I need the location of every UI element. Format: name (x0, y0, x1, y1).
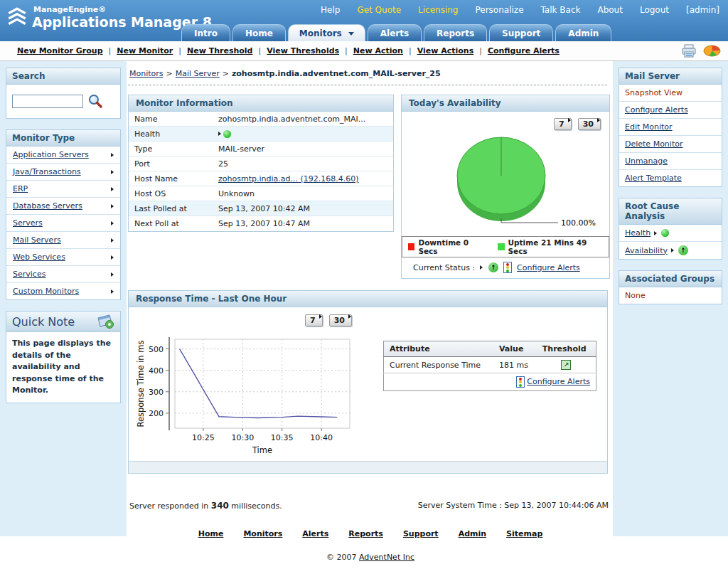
status-arrow-icon (671, 248, 674, 252)
mail-server-title: Mail Server (619, 68, 722, 85)
top-link-get-quote[interactable]: Get Quote (357, 5, 401, 15)
brand-name: ManageEngine® (32, 5, 212, 14)
toolbar-new-monitor[interactable]: New Monitor (117, 46, 187, 55)
response-time-line-chart: 20030040050010:2510:3010:3510:40Response… (134, 332, 356, 456)
main-tabs: Intro Home Monitors Alerts Reports Suppo… (181, 24, 614, 41)
configure-alerts-item[interactable]: Configure Alerts (625, 105, 688, 115)
status-up-icon[interactable]: ↑ (488, 262, 498, 272)
adventnet-link[interactable]: AdventNet Inc (359, 553, 414, 562)
svg-text:10:30: 10:30 (231, 433, 254, 442)
panel-footer-strip (129, 461, 607, 473)
alert-template-item[interactable]: Alert Template (625, 174, 682, 183)
server-response-text: Server responded in 340 milliseconds. (129, 501, 282, 511)
traffic-light-icon[interactable] (503, 262, 512, 273)
svg-text:400: 400 (149, 366, 164, 376)
search-icon[interactable] (87, 93, 104, 110)
footer-link-admin[interactable]: Admin (459, 529, 486, 538)
snapshot-view-item[interactable]: Snapshot View (625, 88, 682, 97)
tab-home[interactable]: Home (232, 24, 286, 41)
submenu-arrow-icon (111, 221, 114, 225)
toolbar-configure-alerts[interactable]: Configure Alerts (488, 46, 560, 55)
monitor-type-custom-monitors[interactable]: Custom Monitors (6, 283, 120, 299)
status-arrow-icon (480, 265, 483, 270)
monitor-type-servers[interactable]: Servers (6, 215, 120, 232)
status-up-icon[interactable]: ↑ (678, 245, 688, 255)
root-cause-health-link[interactable]: Health (625, 228, 651, 238)
action-toolbar: New Monitor Group New Monitor New Thresh… (0, 41, 728, 61)
tab-monitors[interactable]: Monitors (288, 24, 365, 41)
monitor-type-box: Monitor Type Application Servers Java/Tr… (6, 129, 121, 300)
edit-monitor-item[interactable]: Edit Monitor (625, 122, 673, 132)
page-content: Search Monitor Type Application Servers … (0, 61, 728, 562)
toolbar-new-monitor-group[interactable]: New Monitor Group (17, 46, 117, 55)
root-cause-availability-link[interactable]: Availability (625, 246, 668, 255)
top-link-talk-back[interactable]: Talk Back (541, 5, 581, 15)
delete-monitor-item[interactable]: Delete Monitor (625, 139, 682, 149)
tab-reports[interactable]: Reports (424, 24, 487, 41)
monitor-type-java-transactions[interactable]: Java/Transactions (6, 164, 120, 181)
availability-panel: Today's Availability 7 30 100.00% Downti… (401, 95, 610, 279)
footer-link-support[interactable]: Support (403, 529, 439, 538)
response-time-panel: Response Time - Last One Hour 7 30 20030… (128, 290, 608, 474)
search-input[interactable] (12, 95, 83, 108)
toolbar-new-threshold[interactable]: New Threshold (187, 46, 267, 55)
availability-30day-button[interactable]: 30 (578, 118, 601, 130)
top-link-help[interactable]: Help (321, 5, 340, 15)
downtime-legend-swatch (408, 243, 414, 250)
monitor-type-mail-servers[interactable]: Mail Servers (6, 232, 120, 249)
tab-support[interactable]: Support (489, 24, 553, 41)
unmanage-item[interactable]: Unmanage (625, 156, 668, 166)
toolbar-view-thresholds[interactable]: View Thresholds (267, 46, 353, 55)
tab-intro[interactable]: Intro (181, 24, 230, 41)
svg-text:Time: Time (252, 445, 272, 455)
submenu-arrow-icon (111, 238, 114, 243)
monitor-type-web-services[interactable]: Web Services (6, 249, 120, 266)
pie-chart-icon[interactable] (703, 45, 721, 57)
top-link-licensing[interactable]: Licensing (418, 5, 458, 15)
server-status-row: Server responded in 340 milliseconds. Se… (129, 501, 609, 511)
submenu-arrow-icon (111, 204, 114, 208)
traffic-light-icon[interactable] (516, 376, 525, 388)
availability-configure-alerts-link[interactable]: Configure Alerts (517, 263, 580, 272)
response-configure-alerts-link[interactable]: Configure Alerts (527, 377, 590, 386)
chevron-down-icon[interactable] (348, 32, 354, 36)
server-system-time: Server System Time : Sep 13, 2007 10:44:… (418, 501, 609, 511)
top-link-logout[interactable]: Logout (640, 5, 669, 15)
breadcrumb-monitors[interactable]: Monitors (129, 69, 164, 78)
toolbar-new-action[interactable]: New Action (353, 46, 417, 55)
response-30day-button[interactable]: 30 (329, 314, 352, 326)
monitor-type-erp[interactable]: ERP (6, 181, 120, 198)
footer-link-monitors[interactable]: Monitors (243, 529, 282, 538)
top-link-personalize[interactable]: Personalize (475, 5, 523, 15)
host-name-link[interactable]: zohosmtp.india.ad... (192.168.4.60) (218, 174, 359, 184)
toolbar-view-actions[interactable]: View Actions (417, 46, 488, 55)
monitor-type-database-servers[interactable]: Database Servers (6, 198, 120, 215)
footer-nav: Home Monitors Alerts Reports Support Adm… (128, 529, 613, 538)
server-response-ms: 340 (211, 501, 229, 511)
svg-text:200: 200 (149, 409, 164, 418)
availability-7day-button[interactable]: 7 (554, 118, 572, 130)
breadcrumb-mail-server[interactable]: Mail Server (176, 69, 220, 78)
health-status-green-icon[interactable] (661, 229, 669, 237)
response-7day-button[interactable]: 7 (305, 314, 323, 326)
copyright: © 2007 AdventNet Inc (128, 553, 613, 562)
quick-note-text: This page displays the details of the av… (6, 332, 120, 403)
monitor-type-services[interactable]: Services (6, 266, 120, 283)
threshold-edit-icon[interactable]: ↗ (561, 360, 571, 370)
footer-link-sitemap[interactable]: Sitemap (506, 529, 542, 538)
table-row: Current Response Time 181 ms ↗ (384, 357, 596, 373)
tab-admin[interactable]: Admin (555, 24, 611, 41)
footer-link-alerts[interactable]: Alerts (302, 529, 328, 538)
health-status-green-icon[interactable] (223, 130, 231, 138)
svg-text:300: 300 (149, 388, 164, 397)
breadcrumb-current: zohosmtp.india.adventnet.com_MAIL-server… (232, 69, 441, 78)
footer-link-reports[interactable]: Reports (348, 529, 383, 538)
note-icon (96, 314, 114, 329)
top-link-about[interactable]: About (597, 5, 622, 15)
footer-link-home[interactable]: Home (198, 529, 224, 538)
printer-icon[interactable] (681, 44, 697, 58)
button-arrow-icon (319, 314, 322, 319)
monitor-type-application-servers[interactable]: Application Servers (6, 147, 120, 164)
svg-text:10:25: 10:25 (192, 433, 215, 442)
tab-alerts[interactable]: Alerts (368, 24, 422, 41)
